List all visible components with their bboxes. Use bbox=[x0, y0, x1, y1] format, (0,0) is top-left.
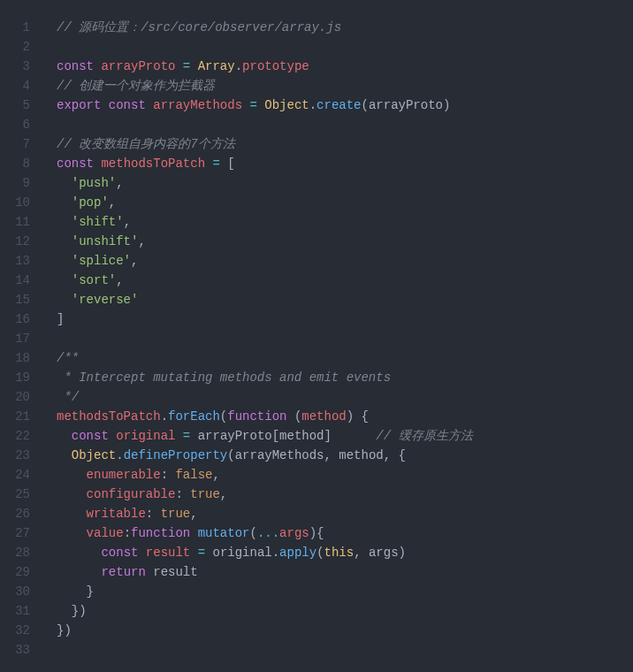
code-line: ] bbox=[57, 309, 633, 329]
code-line: const original = arrayProto[method] // 缓… bbox=[57, 426, 633, 446]
token: Object bbox=[264, 98, 309, 112]
token bbox=[57, 526, 87, 540]
token: result bbox=[146, 546, 190, 560]
token: ( bbox=[249, 526, 256, 540]
code-line bbox=[57, 640, 633, 660]
token: method bbox=[279, 429, 324, 443]
token: , bbox=[354, 546, 369, 560]
token: * Intercept mutating methods and emit ev… bbox=[57, 370, 391, 385]
token: ) bbox=[399, 546, 406, 560]
token: : bbox=[175, 487, 190, 501]
line-number: 22 bbox=[0, 426, 30, 446]
code-line bbox=[57, 329, 633, 348]
token: , bbox=[324, 448, 339, 462]
line-number: 20 bbox=[0, 387, 30, 407]
token bbox=[57, 215, 72, 229]
code-line: 'pop', bbox=[57, 193, 633, 212]
code-line: methodsToPatch.forEach(function (method)… bbox=[57, 407, 633, 426]
token bbox=[57, 448, 72, 462]
line-number: 12 bbox=[0, 232, 30, 251]
code-line: const result = original.apply(this, args… bbox=[57, 543, 633, 562]
line-number: 25 bbox=[0, 485, 30, 504]
token: 'splice' bbox=[72, 254, 131, 268]
token: return bbox=[101, 565, 153, 579]
line-number: 2 bbox=[0, 37, 30, 57]
code-line: const methodsToPatch = [ bbox=[57, 154, 633, 173]
token: writable bbox=[87, 507, 146, 521]
token: , bbox=[138, 234, 145, 248]
line-number: 5 bbox=[0, 95, 30, 115]
token: . bbox=[309, 98, 316, 112]
token: ( bbox=[362, 98, 369, 112]
token bbox=[57, 234, 72, 248]
token: result bbox=[153, 565, 197, 579]
token: ( bbox=[227, 448, 234, 462]
line-number: 3 bbox=[0, 57, 30, 76]
token: value bbox=[87, 526, 124, 540]
token: , bbox=[116, 176, 123, 190]
code-line: 'splice', bbox=[57, 251, 633, 271]
token: this bbox=[324, 546, 355, 560]
code-line: */ bbox=[57, 387, 633, 407]
token: arrayMethods bbox=[153, 98, 242, 112]
token: const bbox=[72, 429, 116, 443]
token: [ bbox=[220, 157, 235, 171]
code-line: Object.defineProperty(arrayMethods, meth… bbox=[57, 446, 633, 465]
line-number: 4 bbox=[0, 76, 30, 95]
token bbox=[190, 59, 197, 73]
token: true bbox=[190, 487, 220, 501]
token: , bbox=[212, 468, 219, 482]
line-number: 26 bbox=[0, 504, 30, 523]
line-number: 28 bbox=[0, 543, 30, 562]
token: = bbox=[249, 98, 256, 112]
token: false bbox=[175, 468, 212, 482]
token: ... bbox=[257, 526, 279, 540]
line-number: 29 bbox=[0, 562, 30, 582]
code-line: }) bbox=[57, 601, 633, 621]
token: 'shift' bbox=[72, 215, 124, 229]
token bbox=[57, 195, 72, 210]
code-line: export const arrayMethods = Object.creat… bbox=[57, 95, 633, 115]
token: arrayProto bbox=[101, 59, 175, 73]
line-number: 7 bbox=[0, 134, 30, 154]
token: , bbox=[131, 254, 138, 268]
token bbox=[190, 546, 197, 560]
token: function bbox=[227, 409, 294, 424]
line-number: 32 bbox=[0, 621, 30, 640]
line-number: 27 bbox=[0, 523, 30, 543]
token: ] bbox=[57, 312, 64, 326]
line-number: 6 bbox=[0, 115, 30, 134]
token: function bbox=[131, 526, 198, 540]
token: ) { bbox=[347, 409, 369, 424]
token: /** bbox=[57, 351, 79, 365]
token: }) bbox=[57, 604, 87, 618]
token: Object bbox=[72, 448, 116, 462]
token: const bbox=[57, 157, 101, 171]
token: mutator bbox=[198, 526, 250, 540]
token: method bbox=[339, 448, 383, 462]
code-line bbox=[57, 115, 633, 134]
token bbox=[57, 468, 87, 482]
token bbox=[57, 273, 72, 287]
token: [ bbox=[272, 429, 279, 443]
token bbox=[57, 507, 87, 521]
code-line: 'push', bbox=[57, 173, 633, 193]
token: ] bbox=[324, 429, 377, 443]
token: ( bbox=[220, 409, 227, 424]
token: enumerable bbox=[87, 468, 161, 482]
code-line: const arrayProto = Array.prototype bbox=[57, 57, 633, 76]
code-line: }) bbox=[57, 621, 633, 640]
token: , { bbox=[384, 448, 406, 462]
token: apply bbox=[279, 546, 316, 560]
code-line: return result bbox=[57, 562, 633, 582]
code-line: // 源码位置：/src/core/observer/array.js bbox=[57, 18, 633, 37]
token: , bbox=[109, 195, 116, 210]
token bbox=[57, 254, 72, 268]
line-number: 33 bbox=[0, 640, 30, 660]
token: const bbox=[57, 59, 101, 73]
line-number: 31 bbox=[0, 601, 30, 621]
line-number: 11 bbox=[0, 212, 30, 232]
token: configurable bbox=[87, 487, 176, 501]
code-line: 'reverse' bbox=[57, 290, 633, 309]
token: . bbox=[272, 546, 279, 560]
